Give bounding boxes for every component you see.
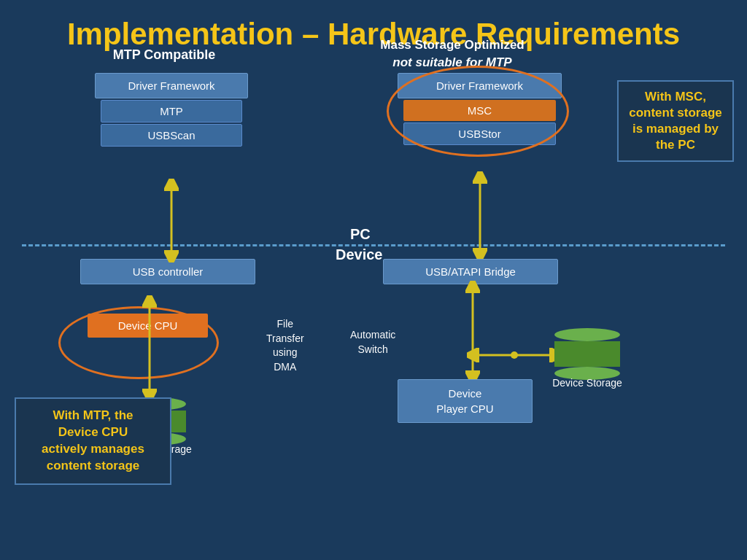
mtp-compatible-header: MTP Compatible bbox=[73, 47, 255, 63]
svg-point-15 bbox=[511, 351, 518, 359]
left-driver-framework-group: Driver Framework MTP USBScan bbox=[95, 73, 248, 148]
auto-switch-label: Automatic Switch bbox=[350, 328, 395, 357]
left-top-arrow bbox=[164, 179, 179, 262]
pc-label: PC bbox=[350, 226, 371, 243]
right-msc-box: MSC bbox=[403, 100, 556, 121]
left-bottom-arrow bbox=[142, 295, 157, 401]
right-horizontal-arrow bbox=[467, 348, 562, 362]
right-device-storage-cylinder bbox=[554, 328, 620, 380]
slide-container: Implementation – Hardware Requirements M… bbox=[0, 0, 747, 503]
left-driver-framework-box: Driver Framework bbox=[95, 73, 248, 98]
device-label: Device bbox=[336, 246, 383, 263]
right-top-arrow bbox=[473, 171, 487, 260]
msc-callout-box: With MSC, content storage is managed by … bbox=[617, 80, 734, 162]
right-driver-framework-box: Driver Framework bbox=[398, 73, 562, 98]
right-bottom-arrow bbox=[465, 281, 480, 383]
mass-storage-header: Mass Storage Optimized not suitable for … bbox=[350, 36, 554, 71]
right-device-player-cpu-box: Device Player CPU bbox=[398, 379, 533, 423]
left-mtp-box: MTP bbox=[101, 100, 242, 122]
left-usb-controller-box: USB controller bbox=[80, 259, 255, 284]
left-usbscan-box: USBScan bbox=[101, 124, 242, 147]
file-transfer-label: File Transfer using DMA bbox=[266, 317, 304, 374]
right-usbstor-box: USBStor bbox=[403, 122, 556, 145]
right-device-storage-label: Device Storage bbox=[540, 377, 635, 389]
mtp-callout-box: With MTP, the Device CPU actively manage… bbox=[15, 397, 171, 485]
right-driver-framework-group: Driver Framework MSC USBStor bbox=[398, 73, 562, 147]
